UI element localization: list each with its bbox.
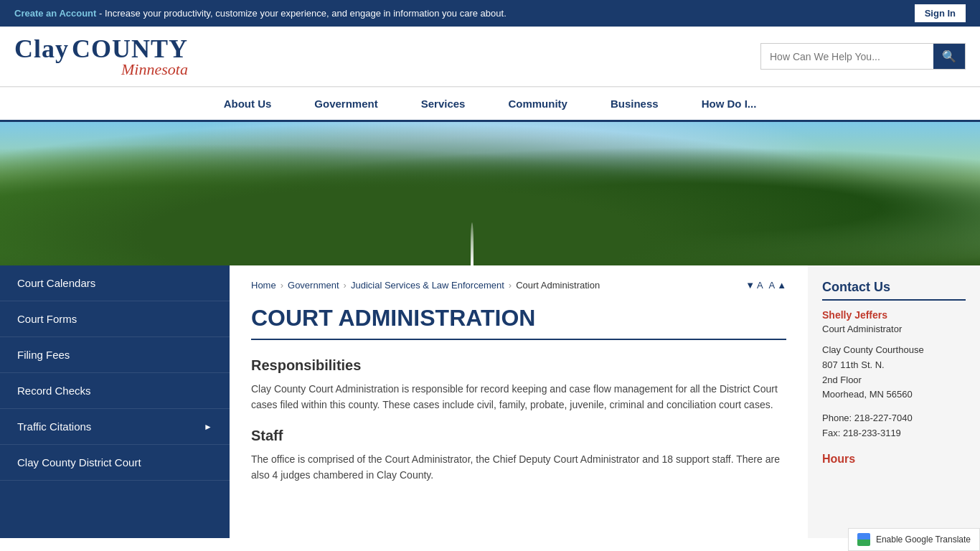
arrow-icon: ► <box>204 422 212 432</box>
sidebar-item-court-forms[interactable]: Court Forms <box>0 301 230 337</box>
gt-icon-bottom <box>857 540 870 546</box>
sidebar-item-filing-fees[interactable]: Filing Fees <box>0 337 230 373</box>
hero-image <box>0 122 980 265</box>
staff-text: The office is comprised of the Court Adm… <box>251 451 786 484</box>
breadcrumb-sep-1: › <box>281 280 283 291</box>
breadcrumb-sep-2: › <box>344 280 347 291</box>
google-translate-icon <box>857 533 870 546</box>
top-bar-text: - Increase your productivity, customize … <box>96 8 506 19</box>
responsibilities-text: Clay County Court Administration is resp… <box>251 381 786 413</box>
sidebar-item-traffic-citations[interactable]: Traffic Citations ► <box>0 409 230 445</box>
breadcrumb-sep-3: › <box>509 280 512 291</box>
google-translate-label: Enable Google Translate <box>876 534 971 545</box>
nav-government[interactable]: Government <box>293 88 399 120</box>
sidebar-item-court-calendars[interactable]: Court Calendars <box>0 265 230 301</box>
logo-clay: Clay <box>14 34 69 63</box>
font-decrease[interactable]: ▼ A <box>745 280 763 291</box>
logo-county: County <box>72 34 188 63</box>
gt-icon-top <box>857 533 870 540</box>
contact-address: Clay County Courthouse 807 11th St. N. 2… <box>822 343 966 402</box>
hours-title: Hours <box>822 453 966 466</box>
font-increase[interactable]: A ▲ <box>769 280 786 291</box>
hero-overlay <box>0 122 980 265</box>
nav-business[interactable]: Business <box>589 88 680 120</box>
top-bar: Create an Account - Increase your produc… <box>0 0 980 27</box>
main-nav: About Us Government Services Community B… <box>0 87 980 122</box>
google-translate-bar[interactable]: Enable Google Translate <box>848 528 980 551</box>
search-area: 🔍 <box>760 43 966 70</box>
responsibilities-heading: Responsibilities <box>251 357 786 374</box>
breadcrumb-home[interactable]: Home <box>251 280 276 291</box>
contact-us-title: Contact Us <box>822 280 966 301</box>
breadcrumb: Home › Government › Judicial Services & … <box>251 280 786 291</box>
create-account-link[interactable]: Create an Account <box>14 8 96 19</box>
staff-heading: Staff <box>251 428 786 444</box>
nav-how-do-i[interactable]: How Do I... <box>680 88 778 120</box>
logo: Clay County Minnesota <box>14 34 188 79</box>
breadcrumb-government[interactable]: Government <box>288 280 339 291</box>
page-title: COURT ADMINISTRATION <box>251 305 786 340</box>
sidebar-item-record-checks[interactable]: Record Checks <box>0 373 230 409</box>
header: Clay County Minnesota 🔍 <box>0 27 980 87</box>
sign-in-button[interactable]: Sign In <box>915 4 966 22</box>
search-input[interactable] <box>761 45 933 68</box>
breadcrumb-judicial[interactable]: Judicial Services & Law Enforcement <box>351 280 504 291</box>
search-button[interactable]: 🔍 <box>933 44 965 69</box>
nav-about-us[interactable]: About Us <box>202 88 293 120</box>
content-wrapper: Court Calendars Court Forms Filing Fees … <box>0 265 980 538</box>
right-sidebar: Contact Us Shelly Jeffers Court Administ… <box>808 265 980 538</box>
contact-phone: Phone: 218-227-7040 Fax: 218-233-3119 <box>822 411 966 441</box>
contact-job-title: Court Administrator <box>822 324 966 334</box>
font-controls: ▼ A A ▲ <box>745 280 786 291</box>
fountain-decoration <box>471 222 473 265</box>
main-content: Home › Government › Judicial Services & … <box>230 265 808 538</box>
sidebar-item-district-court[interactable]: Clay County District Court <box>0 445 230 481</box>
nav-services[interactable]: Services <box>400 88 487 120</box>
contact-name: Shelly Jeffers <box>822 309 966 321</box>
nav-community[interactable]: Community <box>486 88 589 120</box>
breadcrumb-current: Court Administration <box>516 280 600 291</box>
top-bar-message: Create an Account - Increase your produc… <box>14 8 507 19</box>
sidebar: Court Calendars Court Forms Filing Fees … <box>0 265 230 538</box>
